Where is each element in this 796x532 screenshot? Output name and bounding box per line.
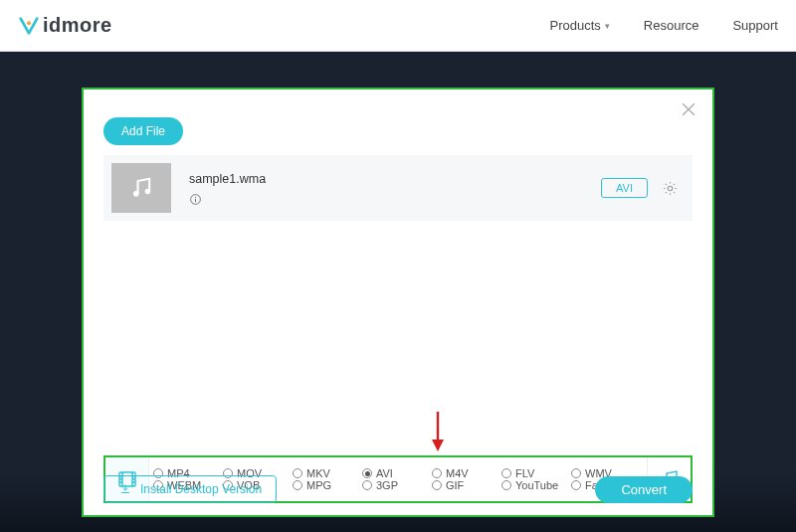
logo-mark-icon [18, 15, 40, 37]
install-desktop-button[interactable]: Install Desktop Version [103, 475, 277, 503]
settings-gear-icon[interactable] [662, 180, 679, 197]
file-thumbnail [111, 163, 171, 213]
nav-products[interactable]: Products▾ [550, 18, 610, 33]
top-nav: Products▾ Resource Support [550, 18, 779, 33]
convert-button[interactable]: Convert [595, 476, 693, 503]
brand-logo[interactable]: idmore [18, 14, 112, 37]
close-button[interactable] [679, 99, 698, 119]
download-icon [118, 482, 132, 496]
top-bar: idmore Products▾ Resource Support [0, 0, 796, 52]
nav-support[interactable]: Support [732, 18, 778, 33]
annotation-arrow-icon [429, 410, 447, 451]
output-format-badge[interactable]: AVI [601, 178, 648, 198]
file-row: sample1.wma AVI [103, 155, 693, 221]
add-file-button[interactable]: Add File [103, 117, 183, 145]
svg-marker-7 [432, 440, 444, 451]
nav-resource[interactable]: Resource [644, 18, 699, 33]
svg-point-2 [145, 189, 151, 195]
svg-point-0 [27, 21, 31, 25]
music-note-icon [127, 174, 155, 202]
bottom-bar: Install Desktop Version Convert [103, 475, 693, 503]
info-icon[interactable] [189, 192, 202, 205]
file-name: sample1.wma [189, 172, 266, 186]
converter-panel: Add File sample1.wma AVI MP4MOVMKVAVIM4V… [82, 88, 714, 517]
svg-point-5 [668, 186, 673, 191]
svg-point-4 [195, 196, 196, 197]
brand-text: idmore [43, 14, 112, 37]
svg-point-1 [133, 191, 139, 197]
chevron-down-icon: ▾ [605, 21, 610, 31]
